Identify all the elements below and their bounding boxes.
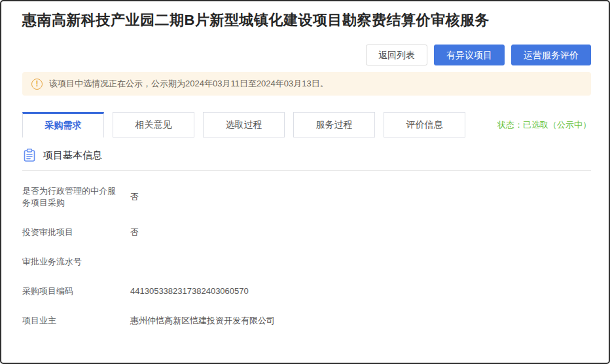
field-row-intermediary-service: 是否为行政管理的中介服务项目采购 否 <box>22 185 591 209</box>
notice-text: 该项目中选情况正在公示，公示期为2024年03月11日至2024年03月13日。 <box>49 78 329 90</box>
dispute-project-button[interactable]: 有异议项目 <box>434 45 505 65</box>
field-row-project-owner: 项目业主 惠州仲恺高新区恺建投资开发有限公司 <box>22 315 591 327</box>
field-value: 惠州仲恺高新区恺建投资开发有限公司 <box>130 315 275 327</box>
tab-service-process[interactable]: 服务过程 <box>293 112 375 137</box>
field-row-investment-approval: 投资审批项目 否 <box>22 227 591 238</box>
field-value: 4413053382317382403060570 <box>130 285 249 297</box>
field-value: 否 <box>130 227 139 238</box>
field-label: 审批业务流水号 <box>22 256 120 268</box>
basic-info-fields: 是否为行政管理的中介服务项目采购 否 投资审批项目 否 审批业务流水号 采购项目… <box>22 185 591 327</box>
tab-related-opinions[interactable]: 相关意见 <box>113 112 194 137</box>
field-row-approval-serial-number: 审批业务流水号 <box>22 256 591 268</box>
tab-bar: 采购需求 相关意见 选取过程 服务过程 评价信息 状态：已选取（公示中） <box>22 112 591 137</box>
service-evaluation-button[interactable]: 运营服务评价 <box>511 45 591 65</box>
status-badge: 状态：已选取（公示中） <box>497 112 591 137</box>
back-to-list-button[interactable]: 返回列表 <box>366 45 427 65</box>
field-value: 否 <box>130 191 139 203</box>
clipboard-icon <box>22 148 37 162</box>
field-label: 项目业主 <box>22 315 120 327</box>
tab-procurement-demand[interactable]: 采购需求 <box>22 112 104 137</box>
toolbar: 返回列表 有异议项目 运营服务评价 <box>22 45 591 65</box>
page-title: 惠南高新科技产业园二期B片新型城镇化建设项目勘察费结算价审核服务 <box>22 9 591 31</box>
exclamation-circle-icon: ! <box>31 79 43 90</box>
tab-selection-process[interactable]: 选取过程 <box>203 112 285 137</box>
field-label: 投资审批项目 <box>22 227 120 238</box>
project-detail-page: 惠南高新科技产业园二期B片新型城镇化建设项目勘察费结算价审核服务 返回列表 有异… <box>0 0 610 364</box>
field-label: 是否为行政管理的中介服务项目采购 <box>22 185 120 209</box>
field-row-project-code: 采购项目编码 4413053382317382403060570 <box>22 285 591 297</box>
section-title: 项目基本信息 <box>43 149 102 162</box>
field-label: 采购项目编码 <box>22 285 120 297</box>
section-header-basic-info: 项目基本信息 <box>22 148 591 171</box>
publicity-notice-banner: ! 该项目中选情况正在公示，公示期为2024年03月11日至2024年03月13… <box>22 72 591 96</box>
tab-evaluation-info[interactable]: 评价信息 <box>384 112 465 137</box>
